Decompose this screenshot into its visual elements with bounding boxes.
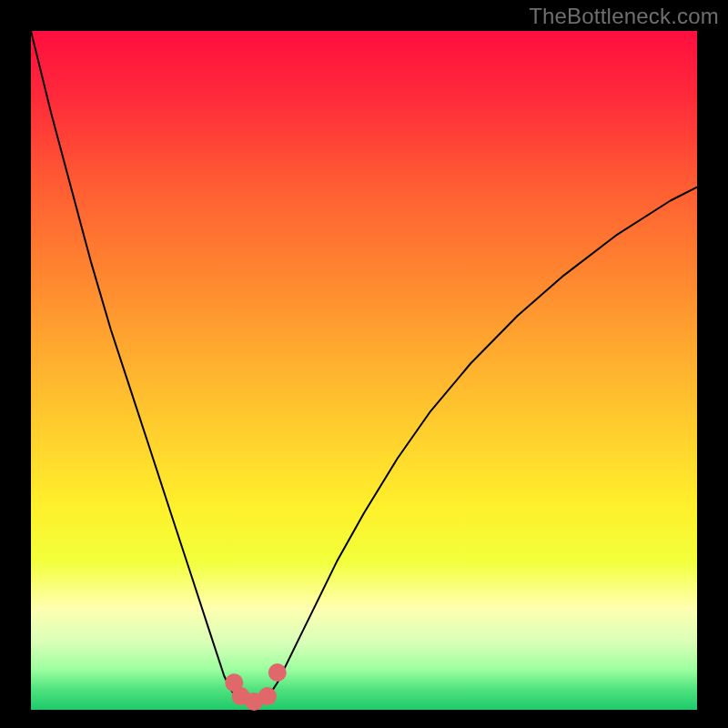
- marker-e: [268, 663, 287, 682]
- bottleneck-chart: [0, 0, 728, 728]
- chart-frame: TheBottleneck.com: [0, 0, 728, 728]
- marker-d: [258, 687, 277, 705]
- plot-background: [31, 31, 697, 710]
